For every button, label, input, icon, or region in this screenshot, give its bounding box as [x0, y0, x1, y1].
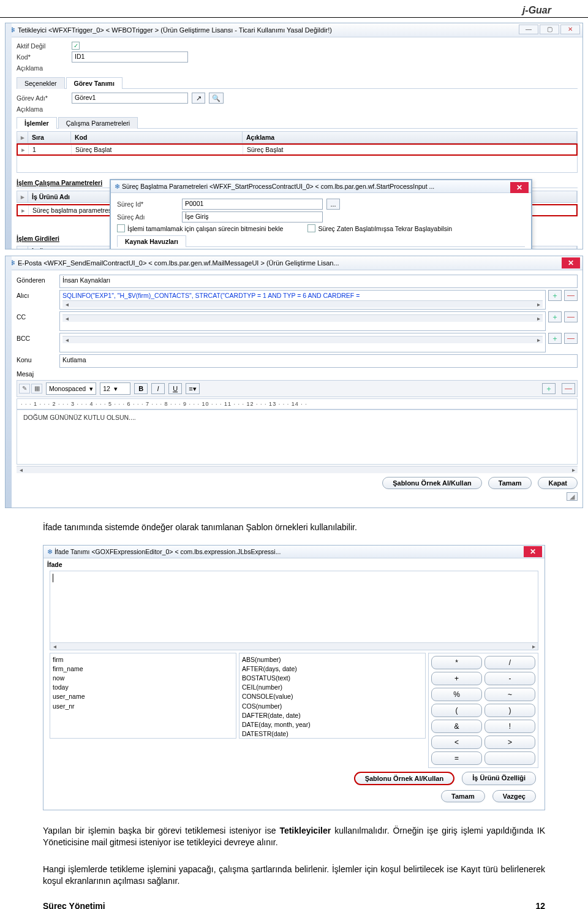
list-item[interactable]: BOSTATUS(text) — [242, 674, 423, 683]
list-item[interactable]: firm_name — [53, 664, 233, 674]
sablon-kullan-button[interactable]: Şablonu Örnek Al/Kullan — [382, 477, 482, 489]
bold-button[interactable]: B — [134, 383, 148, 394]
variables-list[interactable]: firm firm_name now today user_name user_… — [50, 653, 236, 739]
th-aciklama: Açıklama — [243, 132, 577, 143]
tamam-button[interactable]: Tamam — [441, 790, 485, 802]
keypad-key[interactable]: + — [431, 672, 482, 685]
trigger-window: ❄ Tetikleyici <WFXFTrigger_0> < WFBOTrig… — [5, 23, 583, 249]
underline-button[interactable]: U — [168, 383, 182, 394]
konu-input[interactable]: Kutlama — [59, 354, 578, 368]
minimize-button[interactable]: — — [519, 25, 538, 34]
window-left-bar — [6, 23, 12, 249]
surec-id-input[interactable]: P0001 — [182, 199, 323, 210]
editor-add-button[interactable]: ＋ — [542, 383, 556, 394]
tool-icon-1[interactable]: ✎ — [19, 384, 30, 394]
keypad-key[interactable]: - — [484, 672, 535, 685]
keypad-key[interactable]: > — [484, 736, 535, 749]
tab-kaynak-havuzlari[interactable]: Kaynak Havuzları — [117, 235, 186, 247]
list-item[interactable]: CONSOLE(value) — [242, 692, 423, 701]
ifade-close-button[interactable]: ✕ — [524, 546, 542, 557]
vazgec-button[interactable]: Vazgeç — [492, 790, 536, 802]
keypad-key[interactable]: ~ — [484, 688, 535, 701]
sablon-kullan-button[interactable]: Şablonu Örnek Al/Kullan — [354, 772, 455, 785]
kod-label: Kod* — [17, 53, 68, 61]
gorev-adi-input[interactable]: Görev1 — [72, 93, 188, 104]
arrow-export-icon[interactable]: ↗ — [192, 93, 205, 104]
tool-icon-2[interactable]: ▦ — [31, 384, 42, 394]
keypad-key[interactable]: < — [431, 736, 482, 749]
list-item[interactable]: user_nr — [53, 702, 233, 711]
alici-scrollbar[interactable]: ◂▸ — [62, 300, 543, 308]
italic-button[interactable]: I — [151, 383, 165, 394]
tab-secenekler[interactable]: Seçenekler — [17, 77, 65, 89]
align-button[interactable]: ≡▾ — [186, 383, 199, 394]
list-item[interactable]: firm — [53, 655, 233, 664]
email-window-title: E-Posta <WFXF_SendEmailContractUI_0> < c… — [18, 259, 339, 267]
keypad-key[interactable]: & — [431, 720, 482, 733]
list-item[interactable]: today — [53, 683, 233, 692]
functions-list[interactable]: ABS(number) AFTER(days, date) BOSTATUS(t… — [239, 653, 426, 739]
list-item[interactable]: user_name — [53, 692, 233, 701]
list-item[interactable]: DAFTER(date, date) — [242, 711, 423, 720]
add-cc-button[interactable]: ＋ — [548, 311, 562, 322]
cc-label: CC — [17, 311, 59, 331]
list-item[interactable]: COS(number) — [242, 702, 423, 711]
list-item[interactable]: ABS(number) — [242, 655, 423, 664]
surec-id-label: Süreç Id* — [117, 200, 178, 208]
maximize-button[interactable]: ▢ — [540, 25, 559, 34]
cc-scrollbar[interactable]: ◂▸ — [62, 314, 543, 322]
surec-adi-input[interactable]: İşe Giriş — [182, 211, 323, 222]
editor-scrollbar[interactable]: ◂▸ — [17, 466, 578, 473]
aktif-degil-checkbox[interactable]: ✓ — [72, 42, 80, 50]
keypad-key[interactable]: = — [431, 751, 482, 765]
keypad-key[interactable] — [484, 751, 535, 765]
remove-cc-button[interactable]: — — [564, 311, 578, 322]
list-item[interactable]: DATE(day, month, year) — [242, 720, 423, 729]
cc-input[interactable]: ◂▸ — [59, 311, 546, 331]
kapat-button[interactable]: Kapat — [538, 477, 578, 489]
search-icon[interactable]: 🔍 — [209, 93, 224, 104]
th-sira: Sıra — [28, 132, 71, 143]
dialog-close-button[interactable]: ✕ — [510, 182, 529, 193]
alici-input[interactable]: SQLINFO("EXP1", "H_$V(firm)_CONTACTS", S… — [59, 290, 546, 310]
editor-area[interactable]: DOĞUM GÜNÜNÜZ KUTLU OLSUN.... — [17, 409, 578, 465]
list-item[interactable]: now — [53, 674, 233, 683]
cell-sira: 1 — [29, 145, 72, 154]
is-urunu-ozelligi-button[interactable]: İş Ürünü Özelliği — [462, 772, 536, 785]
add-recipient-button[interactable]: ＋ — [548, 290, 562, 301]
email-close-button[interactable]: ✕ — [562, 257, 580, 268]
remove-bcc-button[interactable]: — — [564, 333, 578, 344]
add-bcc-button[interactable]: ＋ — [548, 333, 562, 344]
bcc-scrollbar[interactable]: ◂▸ — [62, 336, 543, 343]
expression-editor[interactable]: ◂▸ — [50, 571, 538, 650]
tab-gorev-tanimi[interactable]: Görev Tanımı — [66, 77, 123, 89]
tab-islemler[interactable]: İşlemler — [17, 117, 57, 129]
resize-grip-icon[interactable]: ◢ — [567, 492, 578, 501]
keypad-key[interactable]: * — [431, 656, 482, 669]
wait-finish-checkbox[interactable] — [117, 224, 125, 232]
keypad-key[interactable]: ) — [484, 704, 535, 717]
list-item[interactable]: DATESTR(date) — [242, 729, 423, 738]
expr-scrollbar[interactable]: ◂▸ — [50, 642, 538, 650]
keypad-key[interactable]: ( — [431, 704, 482, 717]
keypad-key[interactable]: / — [484, 656, 535, 669]
tab-calisma-parametreleri[interactable]: Çalışma Parametreleri — [58, 117, 138, 129]
lookup-button[interactable]: ... — [326, 199, 340, 210]
restart-allowed-checkbox[interactable] — [307, 224, 315, 232]
islemler-row-1[interactable]: ▸ 1 Süreç Başlat Süreç Başlat — [17, 143, 578, 156]
editor-remove-button[interactable]: — — [562, 383, 575, 394]
gonderen-input[interactable]: İnsan Kaynakları — [59, 275, 578, 288]
keypad-key[interactable]: % — [431, 688, 482, 701]
alici-label: Alıcı — [17, 290, 59, 310]
keypad-key[interactable]: ! — [484, 720, 535, 733]
kod-input[interactable]: ID1 — [72, 51, 188, 63]
ifade-title: İfade Tanımı <GOXFExpressionEditor_0> < … — [55, 548, 281, 555]
tamam-button[interactable]: Tamam — [488, 477, 532, 489]
list-item[interactable]: AFTER(days, date) — [242, 664, 423, 674]
font-size-select[interactable]: 12▾ — [100, 382, 130, 395]
remove-recipient-button[interactable]: — — [564, 290, 578, 301]
list-item[interactable]: CEIL(number) — [242, 683, 423, 692]
close-button[interactable]: ✕ — [560, 25, 580, 34]
font-select[interactable]: Monospaced▾ — [46, 382, 96, 395]
bcc-input[interactable]: ◂▸ — [59, 333, 546, 352]
